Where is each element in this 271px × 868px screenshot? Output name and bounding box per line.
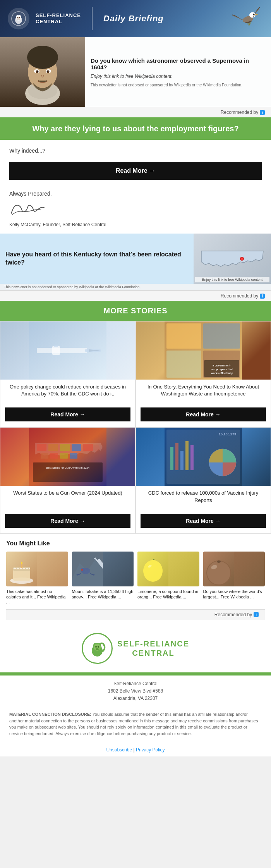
- more-stories-title: MORE STORIES: [5, 306, 266, 315]
- story-2-image: a government- run program that works eff…: [136, 321, 271, 380]
- story-1-body: One policy change could reduce chronic d…: [0, 380, 135, 405]
- story-3-read-button[interactable]: Read More →: [5, 514, 130, 528]
- ymk-item-1[interactable]: This cake has almost no calories and it.…: [6, 552, 68, 605]
- story-1-read-button[interactable]: Read More →: [5, 407, 130, 421]
- svg-point-86: [96, 648, 99, 650]
- footer-green-bar: [0, 672, 271, 675]
- footer-squirrel-icon: [86, 637, 109, 660]
- logo-circle: [8, 8, 29, 29]
- header-banner: SELF-RELIANCE CENTRAL Daily Briefing: [0, 0, 271, 37]
- sponsored-ad-1[interactable]: Do you know which astronomer observed a …: [0, 37, 271, 117]
- story-3-btn-wrap: Read More →: [0, 512, 135, 533]
- story-3-image: Best States for Gun Owners in 2024: [0, 428, 135, 486]
- privacy-policy-link[interactable]: Privacy Policy: [136, 747, 165, 753]
- recommended-by-label-2: Recommended by: [221, 293, 258, 299]
- story-4-read-button[interactable]: Read More →: [141, 514, 266, 528]
- you-might-like-section: You Might Like: [0, 534, 271, 624]
- ymk-thumb-3: [137, 552, 199, 586]
- svg-rect-46: [50, 453, 58, 459]
- svg-rect-43: [72, 444, 81, 451]
- ymk-label-3: Limonene, a compound found in orang... F…: [137, 589, 199, 600]
- eagle-area: [232, 7, 263, 30]
- story-2-title: In One Story, Everything You Need to Kno…: [141, 383, 266, 397]
- footer-address-line3: Alexandria, VA 22307: [8, 695, 263, 702]
- svg-point-78: [217, 560, 221, 563]
- svg-point-76: [207, 561, 230, 584]
- story-3-body: Worst States to be a Gun Owner (2024 Upd…: [0, 486, 135, 511]
- unsubscribe-link[interactable]: Unsubscribe: [106, 747, 132, 753]
- svg-marker-10: [256, 14, 258, 15]
- kentucky-map-icon: [197, 239, 267, 278]
- signature-name: Kelly McCarthy, Founder, Self-Reliance C…: [9, 222, 262, 227]
- kentucky-text-area: Have you heard of this Kentucky town tha…: [0, 234, 194, 284]
- svg-rect-55: [180, 451, 184, 470]
- brand-name-line1: SELF-RELIANCE: [36, 12, 81, 19]
- recommended-bar-2: Recommended by i: [0, 290, 271, 301]
- story-4-title: CDC forced to release 100,000s of Vaccin…: [141, 490, 266, 504]
- needle-image-icon: [29, 321, 106, 380]
- svg-rect-31: [166, 323, 201, 349]
- disclosure-title: MATERIAL CONNECTION DISCLOSURE:: [9, 712, 91, 717]
- story-4-body: CDC forced to release 100,000s of Vaccin…: [136, 486, 271, 511]
- story-1-title: One policy change could reduce chronic d…: [5, 383, 130, 397]
- astronomer-face: [0, 37, 85, 107]
- sponsored-ad-2[interactable]: Have you heard of this Kentucky town tha…: [0, 234, 271, 301]
- svg-point-84: [95, 646, 97, 648]
- ymk-label-2: Mount Takahe is a 11,350 ft high snow-..…: [72, 589, 134, 600]
- ymk-item-4[interactable]: Do you know where the world's largest...…: [203, 552, 265, 605]
- daily-briefing-title: Daily Briefing: [103, 14, 164, 24]
- mountain-bird-image-icon: [72, 552, 103, 586]
- footer-disclosure: MATERIAL CONNECTION DISCLOSURE: You shou…: [0, 707, 271, 743]
- ymk-recommended-badge: i: [254, 612, 259, 617]
- recommended-badge-1: i: [260, 110, 265, 115]
- footer-address-line1: Self-Reliance Central: [8, 680, 263, 688]
- story-3-title: Worst States to be a Gun Owner (2024 Upd…: [5, 490, 130, 497]
- email-wrapper: SELF-RELIANCE CENTRAL Daily Briefing: [0, 0, 271, 756]
- story-card-2: a government- run program that works eff…: [136, 321, 271, 427]
- svg-rect-70: [81, 569, 83, 571]
- read-more-button[interactable]: Read More →: [9, 162, 262, 180]
- svg-point-65: [21, 562, 22, 564]
- kentucky-disclaimer: This newsletter is not endorsed or spons…: [0, 284, 271, 290]
- svg-rect-48: [70, 453, 77, 459]
- svg-point-7: [17, 18, 21, 20]
- svg-rect-32: [203, 323, 240, 349]
- ymk-thumb-1: [6, 552, 68, 586]
- svg-rect-41: [48, 444, 58, 451]
- ymk-label-1: This cake has almost no calories and it.…: [6, 589, 68, 605]
- stories-grid: One policy change could reduce chronic d…: [0, 321, 271, 534]
- cake-image-icon: [6, 552, 37, 586]
- header-divider: [92, 7, 93, 30]
- svg-rect-47: [60, 453, 68, 459]
- svg-point-24: [241, 258, 243, 260]
- green-headline-block: Why are they lying to us about the emplo…: [0, 117, 271, 140]
- svg-point-5: [17, 17, 19, 18]
- story-card-4: 15,108,273 CDC forced to release 100,000…: [136, 427, 271, 533]
- svg-rect-54: [175, 443, 178, 470]
- signature-squiggle: [9, 200, 262, 220]
- ymk-item-3[interactable]: Limonene, a compound found in orang... F…: [137, 552, 199, 605]
- sponsored-disclaimer-1: This newsletter is not endorsed or spons…: [91, 83, 266, 87]
- svg-point-21: [37, 71, 38, 72]
- sponsored-headline-1: Do you know which astronomer observed a …: [91, 57, 266, 70]
- footer-logo-circle: [82, 633, 113, 664]
- large-round-image-icon: [203, 552, 234, 586]
- story-card-3: Best States for Gun Owners in 2024 Worst…: [0, 427, 136, 533]
- you-might-like-title: You Might Like: [6, 540, 265, 547]
- gun-map-image-icon: Best States for Gun Owners in 2024: [29, 428, 106, 486]
- story-4-btn-wrap: Read More →: [136, 512, 271, 533]
- svg-rect-44: [83, 444, 93, 451]
- ymk-item-2[interactable]: Mount Takahe is a 11,350 ft high snow-..…: [72, 552, 134, 605]
- footer-logo-inner: SELF-RELIANCE CENTRAL: [82, 633, 189, 664]
- svg-text:a government-: a government-: [213, 364, 232, 367]
- story-1-btn-wrap: Read More →: [0, 405, 135, 427]
- story-2-read-button[interactable]: Read More →: [141, 407, 266, 421]
- svg-rect-57: [190, 445, 194, 470]
- svg-text:15,108,273: 15,108,273: [219, 432, 236, 436]
- footer-address: Self-Reliance Central 1602 Belle View Bl…: [0, 675, 271, 707]
- story-2-btn-wrap: Read More →: [136, 405, 271, 427]
- squirrel-logo-icon: [11, 11, 26, 26]
- ymk-recommended-by-label: Recommended by: [214, 612, 252, 617]
- signature-greeting: Always Prepared,: [9, 191, 262, 197]
- kentucky-headline: Have you heard of this Kentucky town tha…: [5, 251, 188, 267]
